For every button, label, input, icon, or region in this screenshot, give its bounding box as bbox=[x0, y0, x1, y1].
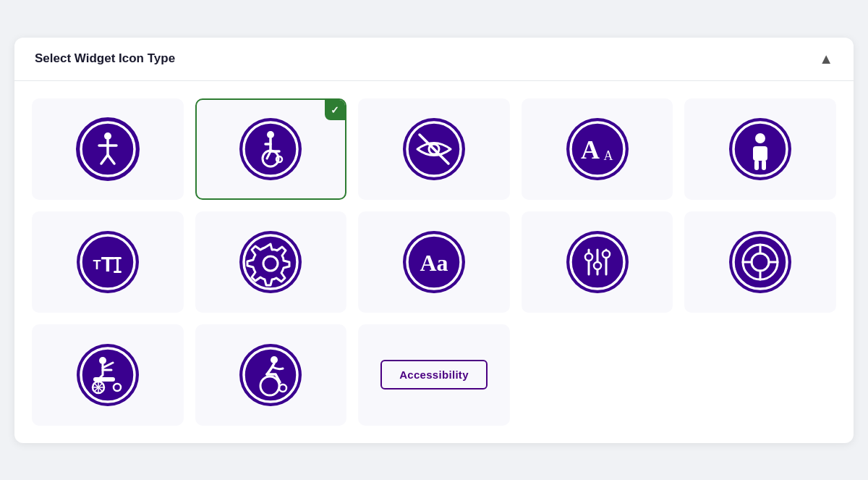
icon-card-blind[interactable] bbox=[358, 98, 510, 200]
svg-point-47 bbox=[729, 231, 791, 293]
svg-text:T: T bbox=[101, 252, 114, 276]
panel-header: Select Widget Icon Type ▲ bbox=[14, 38, 854, 81]
icons-grid: ✓ bbox=[14, 81, 854, 443]
collapse-chevron-icon[interactable]: ▲ bbox=[819, 51, 833, 67]
blind-icon bbox=[401, 117, 467, 182]
icon-card-font-size[interactable]: A A bbox=[522, 98, 673, 200]
empty-slot-1 bbox=[522, 324, 673, 426]
icon-card-gear[interactable] bbox=[195, 211, 347, 313]
empty-slot-2 bbox=[684, 324, 836, 426]
accessible-ride-icon bbox=[75, 342, 140, 408]
wheelchair-icon bbox=[238, 117, 303, 182]
font-aa-icon: Aa bbox=[401, 230, 467, 295]
widget-icon-panel: Select Widget Icon Type ▲ ✓ bbox=[14, 38, 854, 443]
panel-title: Select Widget Icon Type bbox=[35, 51, 175, 66]
svg-rect-30 bbox=[114, 257, 122, 259]
icon-card-universal-accessibility[interactable] bbox=[32, 98, 184, 200]
selected-checkmark: ✓ bbox=[325, 100, 345, 120]
svg-text:A: A bbox=[581, 135, 600, 164]
icon-card-text-cursor[interactable]: T T bbox=[32, 211, 184, 313]
text-cursor-icon: T T bbox=[75, 230, 140, 295]
icon-card-help-circle[interactable] bbox=[684, 211, 836, 313]
gear-icon bbox=[238, 230, 303, 295]
sliders-icon bbox=[565, 230, 630, 295]
svg-rect-31 bbox=[114, 271, 122, 273]
icon-card-person[interactable] bbox=[684, 98, 836, 200]
icon-card-wheelchair2[interactable] bbox=[195, 324, 347, 426]
svg-point-46 bbox=[603, 250, 610, 258]
svg-text:Aa: Aa bbox=[420, 250, 448, 276]
help-circle-icon bbox=[728, 230, 793, 295]
svg-rect-25 bbox=[762, 160, 766, 170]
svg-point-55 bbox=[77, 344, 139, 406]
person-icon bbox=[728, 117, 793, 182]
accessibility-text-button[interactable]: Accessibility bbox=[380, 360, 488, 390]
svg-text:A: A bbox=[603, 148, 613, 163]
svg-point-45 bbox=[594, 262, 601, 269]
icon-card-wheelchair[interactable]: ✓ bbox=[195, 98, 347, 200]
svg-point-44 bbox=[585, 253, 592, 261]
svg-text:T: T bbox=[93, 258, 101, 272]
icon-card-accessible-ride[interactable] bbox=[32, 324, 184, 426]
universal-accessibility-icon bbox=[75, 117, 140, 182]
wheelchair2-icon bbox=[238, 342, 303, 408]
font-size-icon: A A bbox=[565, 117, 630, 182]
icon-card-font-aa[interactable]: Aa bbox=[358, 211, 510, 313]
icon-card-sliders[interactable] bbox=[522, 211, 673, 313]
svg-rect-29 bbox=[116, 257, 119, 273]
svg-rect-24 bbox=[754, 160, 759, 170]
icon-card-accessibility-text[interactable]: Accessibility bbox=[358, 324, 510, 426]
svg-rect-23 bbox=[753, 146, 767, 161]
svg-point-22 bbox=[755, 133, 765, 143]
